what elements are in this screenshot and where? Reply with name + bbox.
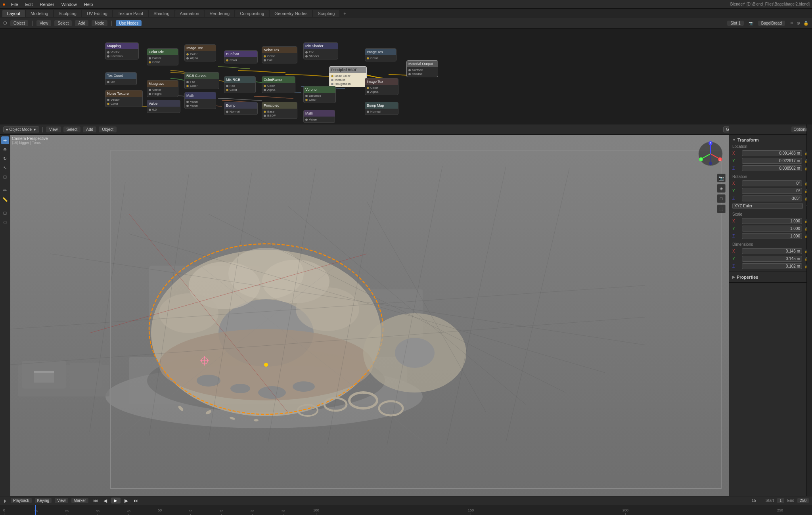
ne-object-btn[interactable]: Object bbox=[10, 20, 28, 26]
tool-rotate[interactable]: ↻ bbox=[1, 155, 9, 163]
play-btn[interactable]: ▶ bbox=[111, 498, 121, 504]
viewport-canvas[interactable] bbox=[10, 135, 729, 496]
tool-scale[interactable]: ⤡ bbox=[1, 164, 9, 172]
ne-icon-1[interactable]: ✕ bbox=[790, 21, 793, 26]
properties-section-header[interactable]: ▶ Properties bbox=[729, 274, 812, 281]
vp-object-btn[interactable]: Object bbox=[99, 126, 117, 132]
ne-add-btn[interactable]: Add bbox=[75, 20, 88, 26]
vp-add-btn[interactable]: Add bbox=[83, 126, 96, 132]
rot-z-value[interactable]: -365° bbox=[742, 195, 802, 201]
tool-annotate[interactable]: ✏ bbox=[1, 186, 9, 194]
tab-rendering[interactable]: Rendering bbox=[205, 10, 234, 17]
tab-compositing[interactable]: Compositing bbox=[235, 10, 269, 17]
jump-start-btn[interactable]: ⏮ bbox=[92, 497, 100, 504]
tool-box[interactable]: ▭ bbox=[1, 218, 9, 226]
menu-render[interactable]: Render bbox=[37, 1, 57, 8]
rot-y-value[interactable]: 0° bbox=[742, 188, 802, 194]
menu-file[interactable]: File bbox=[8, 1, 21, 8]
step-back-btn[interactable]: ◀ bbox=[102, 497, 109, 504]
view-ortho-btn[interactable]: □ bbox=[717, 194, 726, 203]
node-9[interactable]: Math Value Value bbox=[184, 92, 216, 109]
start-frame-input[interactable]: 1 bbox=[777, 498, 784, 503]
rot-x-value[interactable]: 0° bbox=[742, 180, 802, 186]
ne-node-btn[interactable]: Node bbox=[92, 20, 107, 26]
camera-view-btn[interactable]: 📷 bbox=[717, 174, 726, 182]
tab-geometry-nodes[interactable]: Geometry Nodes bbox=[270, 10, 312, 17]
scale-z-value[interactable]: 1.000 bbox=[742, 233, 802, 239]
timeline-view-btn[interactable]: View bbox=[55, 498, 68, 503]
timeline-playback-btn[interactable]: Playback bbox=[11, 498, 32, 503]
node-10[interactable]: Hue/Sat Color bbox=[224, 50, 258, 63]
node-6[interactable]: Value 0.5 bbox=[147, 100, 180, 113]
node-18[interactable]: Image Tex Color Alpha bbox=[365, 78, 398, 95]
node-1[interactable]: Mapping Vector Location bbox=[105, 42, 139, 59]
timeline-marker-btn[interactable]: Marker bbox=[71, 498, 88, 503]
node-white[interactable]: Principled BSDF Base Color Metallic Roug… bbox=[329, 66, 367, 87]
node-7[interactable]: Image Tex Color Alpha bbox=[184, 44, 216, 61]
tab-modeling[interactable]: Modeling bbox=[26, 10, 53, 17]
node-19[interactable]: Bump Map Normal bbox=[365, 102, 398, 115]
ne-view-btn[interactable]: View bbox=[36, 20, 52, 26]
end-frame-input[interactable]: 250 bbox=[797, 498, 809, 503]
menu-window[interactable]: Window bbox=[58, 1, 80, 8]
dim-z-value[interactable]: 0.102 m bbox=[742, 263, 802, 269]
view-persp-btn[interactable]: ◈ bbox=[717, 184, 726, 193]
node-16[interactable]: Mix Shader Fac Shader bbox=[303, 42, 338, 59]
loc-x-value[interactable]: 0.091488 m bbox=[742, 150, 802, 156]
node-14[interactable]: ColorRamp Color Alpha bbox=[262, 76, 295, 93]
tab-shading[interactable]: Shading bbox=[149, 10, 174, 17]
timeline-ruler[interactable]: 0 50 100 150 200 250 10 20 bbox=[0, 505, 812, 515]
ne-select-btn[interactable]: Select bbox=[54, 20, 72, 26]
node-4[interactable]: Color Mix Factor Color bbox=[147, 48, 178, 65]
tool-add[interactable]: ⊞ bbox=[1, 209, 9, 217]
node-13[interactable]: Noise Tex Color Fac bbox=[262, 46, 297, 63]
node-11[interactable]: Mix RGB Fac Color bbox=[224, 76, 256, 93]
tool-measure[interactable]: 📏 bbox=[1, 195, 9, 203]
ne-use-nodes-btn[interactable]: Use Nodes bbox=[116, 20, 142, 26]
timeline-keying-btn[interactable]: Keying bbox=[35, 498, 52, 503]
node-17[interactable]: Image Tex Color bbox=[365, 48, 396, 61]
jump-end-btn[interactable]: ⏭ bbox=[132, 497, 140, 504]
menu-edit[interactable]: Edit bbox=[22, 1, 36, 8]
node-8[interactable]: RGB Curves Fac Color bbox=[184, 72, 219, 89]
dim-y-value[interactable]: 0.145 m bbox=[742, 256, 802, 262]
dim-x-value[interactable]: 0.146 m bbox=[742, 248, 802, 254]
nav-gizmo[interactable]: Z X Y bbox=[695, 138, 726, 170]
material-selector[interactable]: BagelBread bbox=[758, 21, 785, 26]
nav-gizmo-svg[interactable]: Z X Y bbox=[695, 138, 726, 170]
tab-animation[interactable]: Animation bbox=[175, 10, 204, 17]
rotation-mode-selector[interactable]: XYZ Euler bbox=[732, 203, 803, 209]
current-frame-display: 15 bbox=[752, 498, 756, 503]
object-mode-selector[interactable]: ● Object Mode ▼ bbox=[3, 126, 39, 132]
node-3[interactable]: Noise Texture Vector Color bbox=[105, 90, 143, 107]
node-5[interactable]: Musgrave Vector Height bbox=[147, 80, 178, 97]
loc-z-value[interactable]: 0.038502 m bbox=[742, 165, 802, 171]
loc-y-value[interactable]: 0.022917 m bbox=[742, 158, 802, 164]
tool-move[interactable]: ⊕ bbox=[1, 146, 9, 153]
tab-scripting[interactable]: Scripting bbox=[313, 10, 339, 17]
scale-x-value[interactable]: 1.000 bbox=[742, 218, 802, 224]
tab-uv-editing[interactable]: UV Editing bbox=[82, 10, 112, 17]
tab-add[interactable]: + bbox=[340, 10, 349, 17]
tool-transform[interactable]: ⊞ bbox=[1, 173, 9, 181]
tab-layout[interactable]: Layout bbox=[2, 10, 25, 17]
ne-icon-3[interactable]: 🔒 bbox=[803, 21, 809, 26]
step-fwd-btn[interactable]: ▶ bbox=[123, 497, 130, 504]
node-2[interactable]: Tex Coord UV bbox=[105, 72, 137, 85]
tab-sculpting[interactable]: Sculpting bbox=[54, 10, 81, 17]
node-20[interactable]: Voronoi Distance Color bbox=[303, 86, 336, 103]
vp-view-btn[interactable]: View bbox=[46, 126, 61, 132]
node-15[interactable]: Principled Base BSDF bbox=[262, 102, 297, 119]
tool-cursor[interactable]: ✛ bbox=[1, 136, 9, 144]
node-21[interactable]: Math Value bbox=[303, 110, 335, 123]
view-local-btn[interactable]: ⬚ bbox=[717, 205, 726, 213]
node-12[interactable]: Bump Normal bbox=[224, 102, 258, 115]
ne-icon-2[interactable]: ⊕ bbox=[797, 21, 800, 26]
menu-help[interactable]: Help bbox=[81, 1, 96, 8]
slot-selector[interactable]: Slot 1 bbox=[727, 21, 744, 26]
scale-y-value[interactable]: 1.000 bbox=[742, 226, 802, 232]
node-output[interactable]: Material Output Surface Volume bbox=[406, 60, 438, 77]
vp-select-btn[interactable]: Select bbox=[63, 126, 81, 132]
transform-section-header[interactable]: ▼ Transform bbox=[729, 136, 812, 144]
tab-texture-paint[interactable]: Texture Paint bbox=[113, 10, 148, 17]
